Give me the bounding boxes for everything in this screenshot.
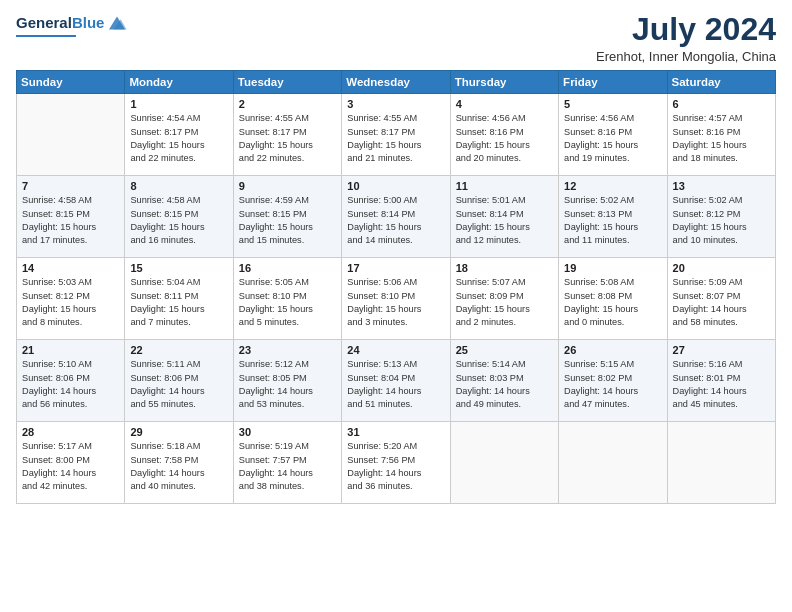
cell-content: Sunrise: 4:57 AMSunset: 8:16 PMDaylight:… [673, 112, 770, 165]
calendar-week-row: 7Sunrise: 4:58 AMSunset: 8:15 PMDaylight… [17, 176, 776, 258]
cell-content: Sunrise: 5:06 AMSunset: 8:10 PMDaylight:… [347, 276, 444, 329]
day-number: 7 [22, 180, 119, 192]
calendar-cell: 5Sunrise: 4:56 AMSunset: 8:16 PMDaylight… [559, 94, 667, 176]
calendar-cell: 8Sunrise: 4:58 AMSunset: 8:15 PMDaylight… [125, 176, 233, 258]
day-number: 5 [564, 98, 661, 110]
calendar-cell: 26Sunrise: 5:15 AMSunset: 8:02 PMDayligh… [559, 340, 667, 422]
day-number: 12 [564, 180, 661, 192]
cell-content: Sunrise: 5:13 AMSunset: 8:04 PMDaylight:… [347, 358, 444, 411]
header-monday: Monday [125, 71, 233, 94]
calendar-cell: 20Sunrise: 5:09 AMSunset: 8:07 PMDayligh… [667, 258, 775, 340]
calendar-header-row: Sunday Monday Tuesday Wednesday Thursday… [17, 71, 776, 94]
calendar-cell: 23Sunrise: 5:12 AMSunset: 8:05 PMDayligh… [233, 340, 341, 422]
cell-content: Sunrise: 5:04 AMSunset: 8:11 PMDaylight:… [130, 276, 227, 329]
day-number: 16 [239, 262, 336, 274]
day-number: 6 [673, 98, 770, 110]
day-number: 19 [564, 262, 661, 274]
cell-content: Sunrise: 5:12 AMSunset: 8:05 PMDaylight:… [239, 358, 336, 411]
calendar-cell: 29Sunrise: 5:18 AMSunset: 7:58 PMDayligh… [125, 422, 233, 504]
calendar-cell: 4Sunrise: 4:56 AMSunset: 8:16 PMDaylight… [450, 94, 558, 176]
title-block: July 2024 Erenhot, Inner Mongolia, China [596, 12, 776, 64]
calendar-cell [559, 422, 667, 504]
calendar-cell: 25Sunrise: 5:14 AMSunset: 8:03 PMDayligh… [450, 340, 558, 422]
day-number: 1 [130, 98, 227, 110]
calendar-cell: 9Sunrise: 4:59 AMSunset: 8:15 PMDaylight… [233, 176, 341, 258]
calendar-cell: 14Sunrise: 5:03 AMSunset: 8:12 PMDayligh… [17, 258, 125, 340]
subtitle: Erenhot, Inner Mongolia, China [596, 49, 776, 64]
day-number: 25 [456, 344, 553, 356]
page: GeneralBlue July 2024 Erenhot, Inner Mon… [0, 0, 792, 612]
cell-content: Sunrise: 5:16 AMSunset: 8:01 PMDaylight:… [673, 358, 770, 411]
cell-content: Sunrise: 5:19 AMSunset: 7:57 PMDaylight:… [239, 440, 336, 493]
day-number: 8 [130, 180, 227, 192]
cell-content: Sunrise: 5:05 AMSunset: 8:10 PMDaylight:… [239, 276, 336, 329]
calendar-cell: 10Sunrise: 5:00 AMSunset: 8:14 PMDayligh… [342, 176, 450, 258]
cell-content: Sunrise: 4:55 AMSunset: 8:17 PMDaylight:… [347, 112, 444, 165]
day-number: 10 [347, 180, 444, 192]
cell-content: Sunrise: 5:20 AMSunset: 7:56 PMDaylight:… [347, 440, 444, 493]
day-number: 26 [564, 344, 661, 356]
calendar-cell: 18Sunrise: 5:07 AMSunset: 8:09 PMDayligh… [450, 258, 558, 340]
day-number: 31 [347, 426, 444, 438]
calendar-cell: 30Sunrise: 5:19 AMSunset: 7:57 PMDayligh… [233, 422, 341, 504]
cell-content: Sunrise: 4:56 AMSunset: 8:16 PMDaylight:… [564, 112, 661, 165]
day-number: 4 [456, 98, 553, 110]
calendar-cell: 21Sunrise: 5:10 AMSunset: 8:06 PMDayligh… [17, 340, 125, 422]
cell-content: Sunrise: 5:08 AMSunset: 8:08 PMDaylight:… [564, 276, 661, 329]
day-number: 3 [347, 98, 444, 110]
cell-content: Sunrise: 4:59 AMSunset: 8:15 PMDaylight:… [239, 194, 336, 247]
day-number: 17 [347, 262, 444, 274]
calendar-cell: 16Sunrise: 5:05 AMSunset: 8:10 PMDayligh… [233, 258, 341, 340]
day-number: 13 [673, 180, 770, 192]
day-number: 15 [130, 262, 227, 274]
calendar-cell: 3Sunrise: 4:55 AMSunset: 8:17 PMDaylight… [342, 94, 450, 176]
day-number: 14 [22, 262, 119, 274]
calendar-cell: 1Sunrise: 4:54 AMSunset: 8:17 PMDaylight… [125, 94, 233, 176]
calendar-cell: 22Sunrise: 5:11 AMSunset: 8:06 PMDayligh… [125, 340, 233, 422]
cell-content: Sunrise: 5:03 AMSunset: 8:12 PMDaylight:… [22, 276, 119, 329]
main-title: July 2024 [596, 12, 776, 47]
calendar-cell: 19Sunrise: 5:08 AMSunset: 8:08 PMDayligh… [559, 258, 667, 340]
day-number: 30 [239, 426, 336, 438]
calendar-cell: 28Sunrise: 5:17 AMSunset: 8:00 PMDayligh… [17, 422, 125, 504]
logo-text: GeneralBlue [16, 14, 104, 31]
day-number: 28 [22, 426, 119, 438]
header-wednesday: Wednesday [342, 71, 450, 94]
calendar-week-row: 28Sunrise: 5:17 AMSunset: 8:00 PMDayligh… [17, 422, 776, 504]
calendar-cell [17, 94, 125, 176]
cell-content: Sunrise: 5:00 AMSunset: 8:14 PMDaylight:… [347, 194, 444, 247]
calendar-cell: 6Sunrise: 4:57 AMSunset: 8:16 PMDaylight… [667, 94, 775, 176]
cell-content: Sunrise: 5:14 AMSunset: 8:03 PMDaylight:… [456, 358, 553, 411]
calendar-cell [667, 422, 775, 504]
cell-content: Sunrise: 5:11 AMSunset: 8:06 PMDaylight:… [130, 358, 227, 411]
day-number: 27 [673, 344, 770, 356]
calendar-cell: 11Sunrise: 5:01 AMSunset: 8:14 PMDayligh… [450, 176, 558, 258]
day-number: 21 [22, 344, 119, 356]
header: GeneralBlue July 2024 Erenhot, Inner Mon… [16, 12, 776, 64]
calendar-cell: 13Sunrise: 5:02 AMSunset: 8:12 PMDayligh… [667, 176, 775, 258]
calendar-cell: 31Sunrise: 5:20 AMSunset: 7:56 PMDayligh… [342, 422, 450, 504]
cell-content: Sunrise: 4:54 AMSunset: 8:17 PMDaylight:… [130, 112, 227, 165]
day-number: 18 [456, 262, 553, 274]
calendar-cell: 7Sunrise: 4:58 AMSunset: 8:15 PMDaylight… [17, 176, 125, 258]
cell-content: Sunrise: 5:02 AMSunset: 8:13 PMDaylight:… [564, 194, 661, 247]
day-number: 9 [239, 180, 336, 192]
header-tuesday: Tuesday [233, 71, 341, 94]
day-number: 29 [130, 426, 227, 438]
calendar-cell: 27Sunrise: 5:16 AMSunset: 8:01 PMDayligh… [667, 340, 775, 422]
calendar-cell [450, 422, 558, 504]
logo-icon [106, 12, 128, 34]
header-thursday: Thursday [450, 71, 558, 94]
calendar-cell: 15Sunrise: 5:04 AMSunset: 8:11 PMDayligh… [125, 258, 233, 340]
day-number: 22 [130, 344, 227, 356]
cell-content: Sunrise: 4:58 AMSunset: 8:15 PMDaylight:… [130, 194, 227, 247]
day-number: 23 [239, 344, 336, 356]
day-number: 2 [239, 98, 336, 110]
day-number: 11 [456, 180, 553, 192]
calendar-cell: 17Sunrise: 5:06 AMSunset: 8:10 PMDayligh… [342, 258, 450, 340]
day-number: 20 [673, 262, 770, 274]
cell-content: Sunrise: 5:01 AMSunset: 8:14 PMDaylight:… [456, 194, 553, 247]
cell-content: Sunrise: 5:10 AMSunset: 8:06 PMDaylight:… [22, 358, 119, 411]
header-saturday: Saturday [667, 71, 775, 94]
calendar-cell: 2Sunrise: 4:55 AMSunset: 8:17 PMDaylight… [233, 94, 341, 176]
